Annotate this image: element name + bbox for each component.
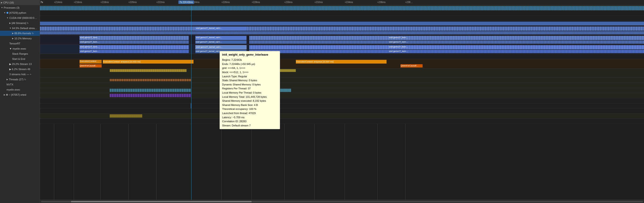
- sidebar-item-myelin-exec[interactable]: ▼ myelin-exec: [0, 46, 40, 51]
- kernels-bar-br[interactable]: void gemv2T_kern…: [249, 50, 644, 53]
- sidebar-item-stack-ranges[interactable]: Stack Ranges: [0, 51, 40, 56]
- kernel-label-right: void gemv2T_kern…: [389, 36, 408, 39]
- sidebar-item-orted[interactable]: ▶ ○ [47057] orted: [0, 92, 40, 97]
- exec-ctx-bar-small[interactable]: ExecutionContext:…: [80, 60, 102, 64]
- arrow-icon: ▶: [9, 22, 11, 24]
- cuda-label: CUDA HW (0000:00:0…: [9, 17, 37, 19]
- kernel-bar-1[interactable]: void gemv2T_kernel_val<i…: [195, 27, 246, 31]
- timeline-ruler[interactable]: 7s +214ms +216ms +218ms +220ms +222ms +2…: [40, 0, 644, 5]
- sidebar-item-cpu[interactable]: ▶ CPU (16): [0, 0, 40, 5]
- exec-ctx-enqueue-1[interactable]: ExecutionContext::enqueue [10.933 ms]: [103, 60, 194, 64]
- processes-label: Processes (3): [4, 6, 20, 9]
- default-stream-kernel-bar-2[interactable]: void gemv2T_kern…: [80, 41, 189, 44]
- thread-cursor-bar: [191, 103, 192, 108]
- exec-ctx-enqueue-2[interactable]: ExecutionContext::enqueue [10.937 ms]: [296, 60, 386, 64]
- default-stream-track-row: void gemv2T_kern… void gemv2T_kernel_val…: [40, 35, 644, 45]
- stream13-bars: [110, 89, 191, 92]
- kernels-label: void gemv2T_kern…: [80, 46, 99, 48]
- right-panel: 7s +214ms +216ms +218ms +220ms +222ms +2…: [40, 0, 644, 203]
- kernel-dense-right: [249, 36, 644, 40]
- kernel-dense-2r: [249, 41, 644, 44]
- kernels-bar-cursor[interactable]: void gemv2T_kernel_val<i…: [195, 45, 246, 49]
- all-streams-track-row: void gemv2T_kernel_val<i…: [40, 26, 644, 35]
- myelin-bars: [110, 69, 186, 72]
- kernels-bar-1[interactable]: void gemv2T_kern…: [80, 45, 189, 49]
- ruler-tick-234: +234ms: [345, 1, 353, 4]
- qwen-bar-1[interactable]: QwenForCausall…: [80, 64, 102, 68]
- sidebar-item-stream49[interactable]: ▶ 6.2% Stream 49: [0, 67, 40, 72]
- sidebar-item-start-end[interactable]: Start & End: [0, 56, 40, 62]
- sidebar-item-memory[interactable]: ▶ 10.2% Memory: [0, 36, 40, 41]
- kernels-label-br: void gemv2T_kern…: [389, 50, 408, 52]
- myelin-bars-2: [249, 69, 296, 72]
- stream13-bars-2: [249, 89, 291, 92]
- arrow-icon: ▼: [4, 12, 6, 14]
- stream13-label: ▶ 29.2% Stream 13: [9, 63, 32, 66]
- ruler-start: 7s: [40, 1, 43, 4]
- ruler-tick-222: +222ms: [156, 1, 165, 4]
- sidebar-item-tensorrt[interactable]: TensorRT: [0, 41, 40, 46]
- sidebar-item-streams-hidden[interactable]: 3 streams hidc — +: [0, 72, 40, 77]
- kernels-label: 89.8% Kernels: [14, 32, 31, 35]
- left-panel: ▶ CPU (16) ▼ Processes (3) ▼ [47029] pyt…: [0, 0, 40, 203]
- kernels-bar-b1[interactable]: void gemv2T_kern…: [80, 50, 189, 53]
- process-dot: [6, 94, 8, 96]
- tensorrt-track-row: ExecutionContext:… ExecutionContext::enq…: [40, 59, 644, 68]
- default-stream-kernel-bar-2-right[interactable]: void gemv2T_kern…: [249, 41, 644, 44]
- kernel-bar-cursor-1[interactable]: void gemv2T_kernel_val<i…: [195, 36, 246, 40]
- sidebar-item-cuda-hw[interactable]: ▼ CUDA HW (0000:00:0…: [0, 15, 40, 21]
- all-streams-kernels-top: [40, 27, 644, 31]
- track-area[interactable]: void gemv2T_kernel_val<i… void gemv2T_ke…: [40, 6, 644, 200]
- scrollbar-track[interactable]: [41, 201, 643, 202]
- orted-label: ○ [47057] orted: [9, 93, 26, 96]
- kernels-bar-cursor-b[interactable]: void gemv2T_kernel_val<i…: [195, 50, 246, 53]
- process-dot: [6, 12, 8, 14]
- tensorrt-label: TensorRT: [9, 42, 20, 45]
- default-stream-kernel-bar-right[interactable]: void gemv2T_kern…: [249, 36, 644, 40]
- kernel-bar-cursor-2[interactable]: void gemv2T_kernel_val<i…: [195, 41, 246, 44]
- sidebar-item-processes[interactable]: ▼ Processes (3): [0, 5, 40, 10]
- kernels-label-r: void gemv2T_kern…: [389, 46, 408, 48]
- sidebar-item-python[interactable]: ▼ [47029] python: [0, 10, 40, 15]
- orted-track-row: [40, 119, 644, 124]
- sidebar-item-threads[interactable]: ▶ Threads (27) ↻: [0, 77, 40, 82]
- sidebar-item-default-stream[interactable]: ▼ 64.5% Default strea…: [0, 26, 40, 31]
- threads-label: Threads (27): [9, 78, 24, 81]
- sidebar-item-stream13[interactable]: ▶ 29.2% Stream 13: [0, 62, 40, 67]
- default-stream-kernel-bar-1[interactable]: void gemv2T_kern…: [80, 36, 189, 40]
- threads-track-row: [40, 103, 644, 108]
- sidebar-item-kernels[interactable]: ▶ 89.8% Kernels ↻: [0, 31, 40, 36]
- add-stream-icon[interactable]: +: [30, 73, 32, 76]
- all-streams-bar-bottom: [40, 31, 644, 35]
- refresh-icon[interactable]: ↻: [24, 78, 26, 81]
- arrow-icon: ▶: [1, 2, 2, 4]
- refresh-icon[interactable]: ↻: [27, 22, 28, 25]
- processes-track-row: [40, 11, 644, 16]
- arrow-icon: ▼: [1, 7, 3, 9]
- arrow-icon: ▼: [6, 17, 8, 19]
- scrollbar-thumb[interactable]: [71, 201, 252, 202]
- stream13-track-row: [40, 88, 644, 93]
- arrow-icon: ▼: [9, 27, 12, 29]
- qwen-bar-2[interactable]: QwenForCausall…: [400, 64, 422, 68]
- nvtx-track-row: [40, 108, 644, 114]
- kernel-label-1: void gemv2T_kern…: [80, 36, 99, 39]
- horizontal-scrollbar[interactable]: [40, 200, 644, 203]
- sidebar-item-all-streams[interactable]: ▶ [All Streams] ↻: [0, 21, 40, 26]
- myelin2-track-row: [40, 114, 644, 119]
- refresh-icon[interactable]: ↻: [32, 32, 34, 35]
- kernels-bar-right[interactable]: void gemv2T_kern…: [249, 45, 644, 49]
- stream13-inner-2: [249, 89, 291, 92]
- kernels-track-row: void gemv2T_kern… void gemv2T_kernel_val…: [40, 45, 644, 54]
- exec-ctx-label-2: ExecutionContext::enqueue [10.937 ms]: [296, 61, 334, 63]
- arrow-icon: ▶: [4, 94, 5, 96]
- sidebar-item-nvtx[interactable]: NVTX: [0, 82, 40, 87]
- stream13-inner: [110, 89, 191, 92]
- ruler-tick-238: +238…: [405, 1, 413, 4]
- ruler-tick-218: +218ms: [100, 1, 109, 4]
- sidebar-item-myelin2[interactable]: myelin-exec: [0, 87, 40, 92]
- cuda-hw-bar: [40, 22, 644, 25]
- start-end-label: Start & End: [12, 58, 25, 60]
- nvtx-label: NVTX: [6, 83, 13, 86]
- cuda-hw-track-row: [40, 21, 644, 26]
